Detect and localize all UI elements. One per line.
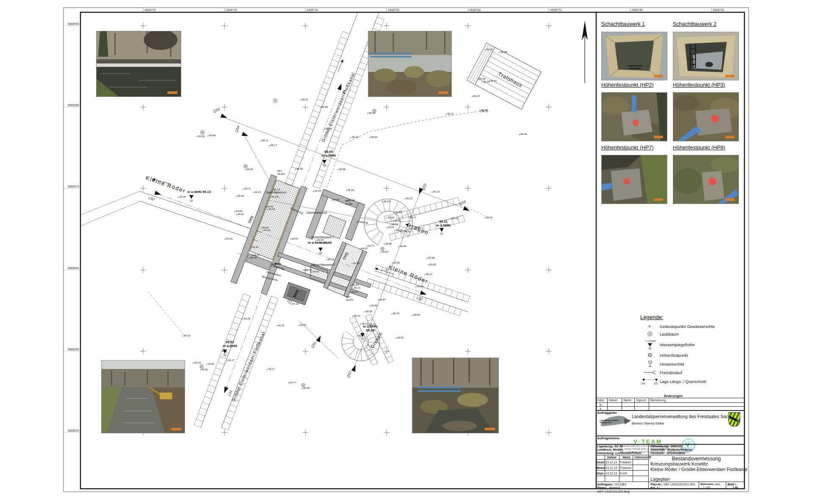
elevation-label: 96.03	[406, 197, 413, 200]
site-photo-weir	[96, 31, 181, 97]
map-annotation: Kleine Röder	[388, 264, 429, 285]
site-photo-wetland-bridge	[412, 358, 499, 433]
elevation-label: 95.65	[246, 168, 253, 171]
elevation-label: 96.31	[302, 98, 309, 101]
elevation-label: 95.13	[354, 286, 361, 289]
svg-text:4598770: 4598770	[550, 8, 561, 11]
elevation-label: 96.32	[483, 80, 490, 83]
legend-label: Laubbaum	[660, 332, 679, 336]
sheet-count: 1 Bl.	[733, 486, 739, 489]
svg-text:5666550: 5666550	[68, 348, 79, 351]
shaft-1	[323, 215, 346, 239]
col-header: Signum	[636, 399, 646, 402]
elevation-label: 95.94	[371, 136, 378, 138]
elevation-label: 96.11	[262, 139, 268, 142]
elevation-label: 94.40	[252, 246, 259, 248]
elevation-label: 94.82	[208, 363, 215, 365]
elevation-label: 94.59	[404, 230, 411, 233]
map-annotation: Steg	[247, 215, 254, 224]
col-header: Index	[597, 399, 604, 402]
svg-text:4598790: 4598790	[713, 8, 724, 11]
elevation-label: 94.62	[238, 213, 244, 215]
col-header: Bemerkung	[650, 399, 666, 402]
photo-title-hp8: Höhenfestpunkt (HP8)	[673, 145, 725, 151]
elevation-label: 95.07	[426, 273, 433, 275]
elevation-label: 95.87	[382, 251, 389, 253]
svg-text:95.26: 95.26	[366, 328, 375, 332]
legend-label: Lage Längs- / Querschnitt	[660, 379, 706, 384]
svg-text:4598750: 4598750	[388, 8, 399, 11]
elevation-label: 94.29	[315, 190, 321, 192]
photo-title-hp3: Höhenfestpunkt (HP3)	[673, 82, 725, 88]
svg-text:m ü.NHN: m ü.NHN	[436, 223, 451, 227]
map-annotation: Schachtbauwerk 2	[312, 263, 335, 266]
auftraggeber-name: Landestalsperrenverwaltung des Freistaat…	[632, 414, 738, 419]
elevation-label: 95.80	[371, 304, 378, 307]
elevation-label: 95.98	[303, 387, 310, 389]
svg-text:QS1: QS1	[641, 382, 645, 385]
elevation-label: 94.29	[264, 229, 271, 231]
legend-title: Legende:	[640, 314, 746, 320]
svg-text:5666560: 5666560	[68, 267, 79, 270]
map-annotation: Kleine Röder	[145, 175, 187, 194]
elevation-label: 94.77	[290, 381, 296, 384]
elevation-label: 94.71	[410, 216, 417, 219]
elevation-label: 94.17	[228, 359, 235, 361]
map-annotation: HP2	[345, 200, 350, 202]
map-annotation: 96.076	[346, 299, 354, 301]
elevation-label: 94.60	[300, 324, 307, 326]
elevation-label: 93.91	[226, 237, 233, 240]
photo-schachtbauwerk-2	[673, 32, 739, 80]
sign-header: Datum	[607, 456, 617, 459]
map-annotation: Graben	[369, 331, 383, 350]
photo-schachtbauwerk-1	[601, 32, 667, 80]
map-annotation: Dammbalkennut	[266, 191, 286, 194]
legend: Legende: Geländepunkt/ Gewässersohle Lau…	[640, 314, 746, 388]
elevation-label: 96.02	[369, 112, 376, 114]
svg-text:4598730: 4598730	[226, 8, 237, 11]
elevation-label: 96.01	[354, 314, 361, 317]
elevation-label: 94.18	[305, 269, 312, 271]
water-level-label: 95.11	[439, 220, 448, 223]
photo-hp7	[601, 155, 667, 204]
elevation-label: 94.95	[296, 168, 303, 170]
elevation-label: 95.96	[366, 310, 373, 313]
svg-text:5666580: 5666580	[68, 104, 79, 107]
elevation-label: 95.93	[384, 200, 390, 203]
elevation-label: 94.03	[254, 191, 261, 193]
elevation-label: 94.25	[244, 317, 251, 320]
legend-label: Höhenfestpunkt	[660, 353, 688, 358]
elevation-label: 96.48	[501, 51, 507, 53]
water-level-label: 95.45	[324, 150, 333, 154]
map-annotation: Graben	[406, 222, 430, 237]
crossing-structure	[231, 175, 371, 305]
elevation-label: 94.98	[339, 168, 346, 171]
svg-text:4598720: 4598720	[144, 8, 156, 11]
legend-label: Geländepunkt/ Gewässersohle	[660, 324, 715, 329]
map-annotation: HP7	[346, 296, 351, 298]
elevation-label: 94.19	[292, 303, 299, 305]
site-photo-canal-excavator	[101, 360, 185, 433]
ltv-logo: LANDESTALSPERRENVERWALTUNG	[598, 415, 632, 427]
aenderungen-title: Änderungen	[664, 394, 683, 398]
drawing-filename: GEF-LA20131223.dwg	[597, 490, 629, 493]
legend-label: Wasserspiegelhöhe	[660, 342, 695, 347]
water-level-label: m ü.NHN	[363, 325, 377, 328]
map-annotation: 96.089	[346, 203, 353, 205]
elevation-label: 94.57	[388, 226, 395, 229]
svg-text:4598780: 4598780	[631, 8, 643, 11]
elevation-label: 94.25	[278, 324, 285, 327]
map-annotation: 96.084	[278, 173, 285, 175]
elevation-label: 94.66	[396, 229, 403, 231]
svg-text:4598740: 4598740	[307, 8, 318, 11]
map-annotation: Grödel-Elsterwerdaer-Floßkanal	[230, 331, 266, 402]
elevation-label: 94.39	[392, 223, 398, 226]
elevation-label: 93.85	[236, 210, 243, 212]
tree-icon	[640, 331, 660, 337]
elevation-label: 96.49	[486, 48, 493, 51]
inflow-icon	[640, 370, 660, 375]
water-level-label: m ü.NHN 95.48	[308, 241, 332, 245]
photo-title-schacht2: Schachtbauwerk 2	[673, 21, 716, 27]
elevation-label: 95.73	[393, 312, 400, 315]
scale-value: 1:100	[703, 486, 711, 489]
